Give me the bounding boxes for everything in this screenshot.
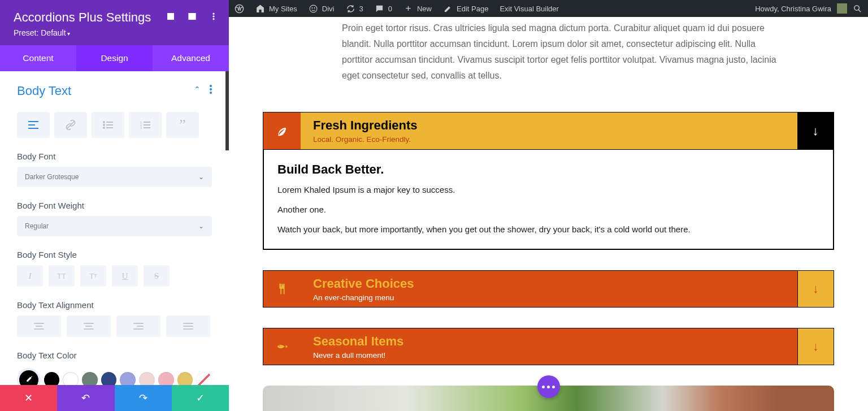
svg-rect-12 [106, 122, 113, 123]
color-swatch[interactable] [177, 372, 193, 385]
panel-header: Accordions Plus Settings Preset: Default… [0, 0, 229, 45]
section-title: Body Text [17, 84, 71, 98]
hero-image [263, 386, 834, 411]
scrollbar[interactable] [225, 71, 229, 150]
chevron-down-icon: ⌄ [198, 173, 204, 181]
color-swatch[interactable] [139, 372, 155, 385]
italic-style-button[interactable]: I [17, 265, 43, 287]
accordion-item: Seasonal Items Never a dull moment! ↓ [263, 328, 834, 365]
site-link[interactable]: Divi [303, 0, 340, 17]
accordion-subtitle: An ever-changing menu [313, 293, 797, 302]
align-right-button[interactable] [116, 315, 160, 337]
accordion-header[interactable]: Creative Choices An ever-changing menu ↓ [263, 270, 834, 308]
page-preview: My Sites Divi 3 0 +New Edit Page Exit Vi… [229, 0, 868, 411]
panel-icon[interactable] [187, 11, 197, 21]
exit-vb-link[interactable]: Exit Visual Builder [494, 0, 565, 17]
svg-point-6 [213, 18, 215, 20]
color-swatch[interactable] [63, 372, 79, 385]
text-format-tabs: 123 ” [17, 112, 212, 138]
underline-style-button[interactable]: U [112, 265, 138, 287]
color-swatches [17, 368, 212, 385]
svg-line-28 [858, 9, 861, 11]
color-swatch[interactable] [44, 372, 60, 385]
search-icon[interactable] [853, 4, 862, 14]
uppercase-style-button[interactable]: TT [49, 265, 75, 287]
strikethrough-style-button[interactable]: S [144, 265, 170, 287]
updates-link[interactable]: 3 [340, 0, 369, 17]
accordion-item: Fresh Ingredients Local. Organic. Eco-Fr… [263, 112, 834, 250]
wp-logo-icon[interactable] [229, 0, 250, 17]
body-paragraph: Another one. [277, 205, 819, 214]
link-format-icon[interactable] [54, 112, 87, 138]
body-font-label: Body Font [17, 152, 212, 161]
body-font-weight-select[interactable]: Regular ⌄ [17, 216, 212, 236]
panel-body: Body Text ⌃ 123 ” Body Font Darker Grote [0, 71, 229, 385]
ol-format-icon[interactable]: 123 [129, 112, 162, 138]
color-swatch[interactable] [120, 372, 136, 385]
align-left-button[interactable] [17, 315, 61, 337]
save-button[interactable]: ✓ [172, 385, 229, 411]
accordion-toggle-icon[interactable]: ↓ [797, 271, 834, 307]
svg-point-29 [279, 345, 280, 347]
align-justify-button[interactable] [166, 315, 210, 337]
svg-point-15 [103, 127, 105, 129]
svg-point-4 [213, 13, 215, 15]
smallcaps-style-button[interactable]: TT [80, 265, 106, 287]
tabs: Content Design Advanced [0, 45, 229, 71]
color-swatch-none[interactable] [196, 372, 212, 385]
body-text-color-label: Body Text Color [17, 351, 212, 360]
utensils-icon [263, 271, 301, 307]
undo-button[interactable]: ↶ [57, 385, 114, 411]
color-picker-icon[interactable] [17, 368, 41, 385]
accordion-header[interactable]: Seasonal Items Never a dull moment! ↓ [263, 328, 834, 365]
color-swatch[interactable] [82, 372, 98, 385]
my-sites-link[interactable]: My Sites [250, 0, 303, 17]
comments-link[interactable]: 0 [369, 0, 398, 17]
body-text-alignment-label: Body Text Alignment [17, 300, 212, 310]
quote-format-icon[interactable]: ” [166, 112, 199, 138]
section-options-icon[interactable] [210, 84, 212, 95]
svg-point-24 [310, 5, 317, 12]
howdy-link[interactable]: Howdy, Christina Gwira [755, 5, 831, 13]
leaf-icon [263, 113, 301, 149]
tab-advanced[interactable]: Advanced [153, 45, 229, 71]
svg-rect-22 [144, 127, 150, 128]
body-heading: Build Back Better. [277, 162, 819, 177]
accordion-subtitle: Local. Organic. Eco-Friendly. [313, 135, 797, 144]
preset-dropdown[interactable]: Preset: Default▾ [14, 28, 215, 37]
accordion-item: Creative Choices An ever-changing menu ↓ [263, 270, 834, 308]
fish-icon [263, 328, 301, 365]
redo-button[interactable]: ↷ [115, 385, 172, 411]
svg-rect-14 [106, 124, 113, 126]
avatar[interactable] [837, 3, 847, 14]
caret-down-icon: ▾ [67, 31, 70, 37]
accordion-toggle-icon[interactable]: ↓ [797, 328, 834, 365]
color-swatch[interactable] [101, 372, 117, 385]
chevron-down-icon: ⌄ [198, 222, 204, 230]
accordion-title: Seasonal Items [313, 334, 797, 349]
accordion-header[interactable]: Fresh Ingredients Local. Organic. Eco-Fr… [263, 112, 834, 149]
ul-format-icon[interactable] [92, 112, 124, 138]
body-paragraph: Watch your back, but more importantly, w… [277, 224, 819, 234]
paragraph-format-icon[interactable] [17, 112, 50, 138]
tab-design[interactable]: Design [76, 45, 153, 71]
edit-page-link[interactable]: Edit Page [437, 0, 494, 17]
align-center-button[interactable] [67, 315, 111, 337]
body-font-select[interactable]: Darker Grotesque ⌄ [17, 167, 212, 187]
menu-dots-icon[interactable] [209, 11, 219, 21]
svg-rect-9 [28, 128, 38, 129]
svg-point-13 [103, 124, 105, 126]
accordion-body: Build Back Better. Lorem Khaled Ipsum is… [263, 149, 834, 250]
new-link[interactable]: +New [398, 0, 437, 17]
color-swatch[interactable] [158, 372, 174, 385]
svg-point-25 [311, 7, 313, 8]
accordion-subtitle: Never a dull moment! [313, 351, 797, 360]
tab-content[interactable]: Content [0, 45, 76, 71]
module-options-fab[interactable] [537, 375, 560, 398]
accordion-toggle-icon[interactable]: ↓ [797, 113, 834, 149]
expand-icon[interactable] [166, 11, 176, 21]
collapse-icon[interactable]: ⌃ [194, 85, 201, 94]
cancel-button[interactable]: ✕ [0, 385, 57, 411]
svg-point-11 [103, 121, 105, 123]
body-font-style-label: Body Font Style [17, 250, 212, 259]
